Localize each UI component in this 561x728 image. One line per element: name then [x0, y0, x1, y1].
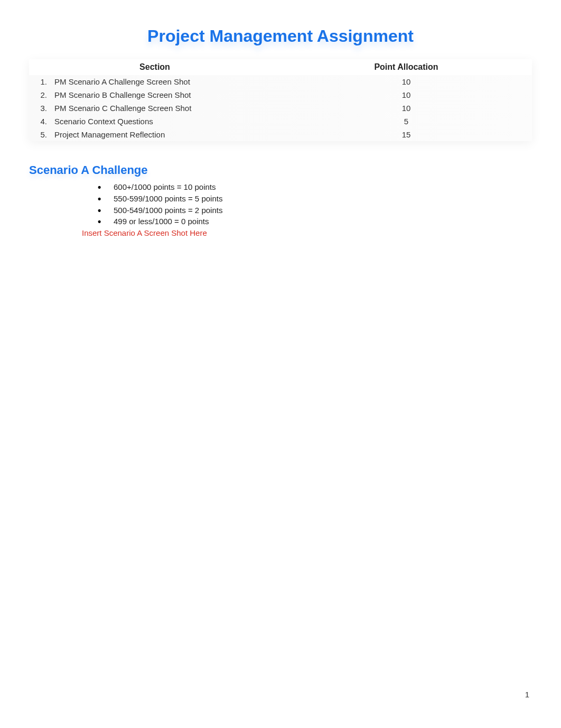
table-row: 5. Project Management Reflection 15 [29, 128, 532, 141]
list-item: 550-599/1000 points = 5 points [98, 193, 532, 205]
row-number: 3. [34, 104, 54, 113]
points-value: 5 [404, 117, 408, 126]
section-cell: 5. Project Management Reflection [29, 128, 280, 141]
section-cell: 2. PM Scenario B Challenge Screen Shot [29, 88, 280, 102]
list-item: 499 or less/1000 = 0 points [98, 216, 532, 227]
row-label: PM Scenario B Challenge Screen Shot [54, 90, 191, 99]
points-value: 10 [402, 77, 411, 86]
table-row: 1. PM Scenario A Challenge Screen Shot 1… [29, 75, 532, 88]
row-label: PM Scenario A Challenge Screen Shot [54, 77, 190, 86]
row-label: Project Management Reflection [54, 130, 165, 139]
scenario-a-bullets: 600+/1000 points = 10 points 550-599/100… [29, 181, 532, 227]
table-header-row: Section Point Allocation [29, 59, 532, 75]
list-item: 600+/1000 points = 10 points [98, 181, 532, 193]
scenario-a-heading: Scenario A Challenge [29, 163, 532, 177]
section-cell: 4. Scenario Context Questions [29, 115, 280, 128]
points-value: 10 [402, 104, 411, 113]
header-points-label: Point Allocation [374, 62, 438, 72]
header-section: Section [29, 59, 280, 75]
points-cell: 10 [280, 88, 532, 102]
page-title: Project Management Assignment [29, 26, 532, 46]
list-item: 500-549/1000 points = 2 points [98, 205, 532, 216]
header-points: Point Allocation [280, 59, 532, 75]
row-label: PM Scenario C Challenge Screen Shot [54, 104, 191, 113]
row-number: 1. [34, 77, 54, 86]
points-value: 15 [402, 130, 411, 139]
table-row: 3. PM Scenario C Challenge Screen Shot 1… [29, 102, 532, 115]
row-label: Scenario Context Questions [54, 117, 153, 126]
points-table: Section Point Allocation 1. PM Scenario … [29, 59, 532, 141]
table-row: 4. Scenario Context Questions 5 [29, 115, 532, 128]
points-cell: 10 [280, 102, 532, 115]
points-cell: 15 [280, 128, 532, 141]
page-number: 1 [525, 690, 529, 699]
insert-screenshot-placeholder: Insert Scenario A Screen Shot Here [29, 228, 532, 237]
row-number: 2. [34, 90, 54, 99]
row-number: 5. [34, 130, 54, 139]
points-value: 10 [402, 90, 411, 99]
header-section-label: Section [139, 62, 170, 72]
section-cell: 1. PM Scenario A Challenge Screen Shot [29, 75, 280, 88]
points-cell: 5 [280, 115, 532, 128]
table-row: 2. PM Scenario B Challenge Screen Shot 1… [29, 88, 532, 102]
row-number: 4. [34, 117, 54, 126]
section-cell: 3. PM Scenario C Challenge Screen Shot [29, 102, 280, 115]
points-cell: 10 [280, 75, 532, 88]
